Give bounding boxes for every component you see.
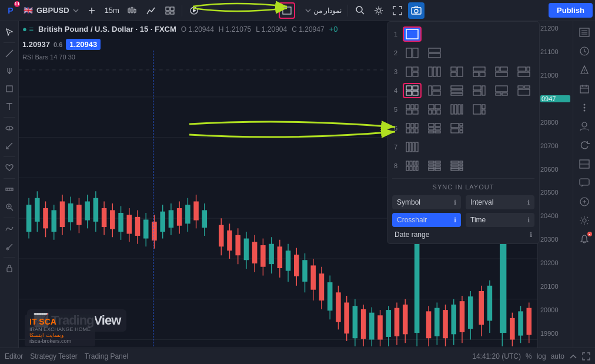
svg-rect-247: [410, 166, 412, 171]
symbol-label: GBPUSD: [36, 6, 69, 15]
layout-3d[interactable]: [470, 64, 489, 79]
dots-btn[interactable]: [576, 99, 593, 116]
svg-rect-239: [410, 142, 412, 152]
svg-rect-123: [361, 309, 366, 339]
date-range-info[interactable]: ℹ: [530, 231, 532, 239]
layout-selector-btn[interactable]: [279, 2, 295, 19]
screenshot-btn[interactable]: [408, 2, 424, 19]
community-btn[interactable]: [576, 118, 593, 135]
svg-line-18: [362, 12, 364, 14]
fullscreen-btn[interactable]: [389, 2, 406, 19]
layout-8a[interactable]: [403, 158, 422, 173]
tab-editor[interactable]: Editor: [5, 352, 23, 360]
svg-rect-177: [473, 72, 479, 76]
indicators-btn[interactable]: [143, 2, 159, 19]
news-btn[interactable]: [576, 193, 593, 211]
settings-btn[interactable]: [370, 2, 387, 19]
sync-time-info[interactable]: ℹ: [527, 216, 530, 224]
pattern-tool[interactable]: [1, 120, 18, 136]
cursor-tool[interactable]: [1, 24, 18, 40]
price-20947: 0947: [540, 95, 570, 102]
settings-right-btn[interactable]: [576, 212, 593, 229]
svg-rect-101: [269, 244, 274, 264]
ruler-tool[interactable]: [1, 181, 18, 198]
expand-icon[interactable]: [582, 352, 590, 360]
calendar-btn[interactable]: [576, 80, 593, 98]
chat-btn[interactable]: [576, 174, 593, 192]
layout-2-horiz[interactable]: [425, 45, 444, 61]
p-logo[interactable]: P 11: [2, 2, 19, 19]
watchlist-btn[interactable]: [576, 24, 593, 41]
svg-rect-141: [443, 310, 448, 338]
panel-btn[interactable]: [576, 155, 593, 173]
layout-4d[interactable]: [470, 83, 489, 98]
layout-7a[interactable]: [403, 139, 422, 155]
sync-symbol-info[interactable]: ℹ: [454, 199, 456, 206]
bottom-auto[interactable]: auto: [551, 352, 564, 360]
layout-8c[interactable]: [447, 158, 466, 173]
replay-btn[interactable]: [186, 2, 202, 19]
templates-btn[interactable]: [162, 2, 178, 19]
bottom-log[interactable]: log: [537, 352, 546, 360]
layout-3a[interactable]: [403, 64, 422, 79]
pitchfork-tool[interactable]: [1, 63, 18, 79]
account-btn[interactable]: نمودار من: [303, 2, 344, 19]
publish-button[interactable]: Publish: [549, 3, 593, 18]
bottom-percent[interactable]: %: [526, 352, 532, 360]
svg-rect-233: [451, 123, 459, 128]
clock-btn[interactable]: [576, 42, 593, 60]
layout-5c[interactable]: [447, 102, 466, 117]
sync-interval-btn[interactable]: Interval ℹ: [466, 195, 534, 209]
layout-4a[interactable]: [403, 83, 422, 98]
layout-5a[interactable]: [403, 102, 422, 117]
sync-crosshair-btn[interactable]: Crosshair ℹ: [392, 213, 461, 227]
refresh-btn[interactable]: [576, 136, 593, 154]
notification-btn[interactable]: •: [576, 231, 593, 248]
layout-5d[interactable]: [470, 102, 489, 117]
tab-strategy-tester[interactable]: Strategy Tester: [30, 352, 77, 360]
heart-tool[interactable]: [1, 159, 18, 176]
measure-tool[interactable]: [1, 138, 18, 154]
layout-4e[interactable]: [492, 83, 511, 98]
alert-btn[interactable]: [576, 61, 593, 79]
layout-3b[interactable]: [425, 64, 444, 79]
layout-2-vert[interactable]: [403, 45, 422, 61]
layout-single[interactable]: [403, 26, 422, 42]
add-symbol-btn[interactable]: [83, 2, 100, 19]
wave-tool[interactable]: [1, 221, 18, 237]
layout-6c[interactable]: [447, 121, 466, 136]
sync-time-btn[interactable]: Time ℹ: [466, 213, 534, 227]
svg-rect-93: [235, 235, 240, 255]
zoom-tool[interactable]: [1, 199, 18, 215]
layout-5b[interactable]: [425, 102, 444, 117]
layout-4f[interactable]: [514, 83, 533, 98]
text-tool[interactable]: [1, 98, 18, 115]
chart-type-btn[interactable]: [124, 2, 141, 19]
lock-tool[interactable]: [1, 260, 18, 276]
layout-4c[interactable]: [447, 83, 466, 98]
geometry-tool[interactable]: [1, 81, 18, 97]
sync-interval-info[interactable]: ℹ: [527, 199, 530, 206]
layout-6a[interactable]: [403, 121, 422, 136]
chart-info-bar: ● ≡ British Pound / U.S. Dollar · 15 · F…: [22, 25, 337, 34]
interval-selector[interactable]: 15m: [102, 2, 122, 19]
chevron-up-icon[interactable]: [569, 352, 577, 360]
layout-3c[interactable]: [447, 64, 466, 79]
sync-divider: [392, 178, 534, 179]
layout-4b[interactable]: [425, 83, 444, 98]
layout-3e[interactable]: [492, 64, 511, 79]
tab-trading-panel[interactable]: Trading Panel: [85, 352, 128, 360]
brush-tool[interactable]: [1, 238, 18, 255]
svg-point-272: [584, 72, 585, 73]
layout-8b[interactable]: [425, 158, 444, 173]
sync-symbol-btn[interactable]: Symbol ℹ: [392, 195, 461, 209]
trendline-tool[interactable]: [1, 45, 18, 62]
left-sep6: [4, 257, 15, 258]
search-btn[interactable]: [352, 2, 368, 19]
sync-crosshair-info[interactable]: ℹ: [454, 216, 456, 224]
price-19900: 19900: [540, 330, 570, 337]
layout-3f[interactable]: [514, 64, 533, 79]
svg-rect-127: [377, 315, 383, 339]
symbol-selector[interactable]: 🇬🇧 GBPUSD: [21, 2, 81, 19]
layout-6b[interactable]: [425, 121, 444, 136]
